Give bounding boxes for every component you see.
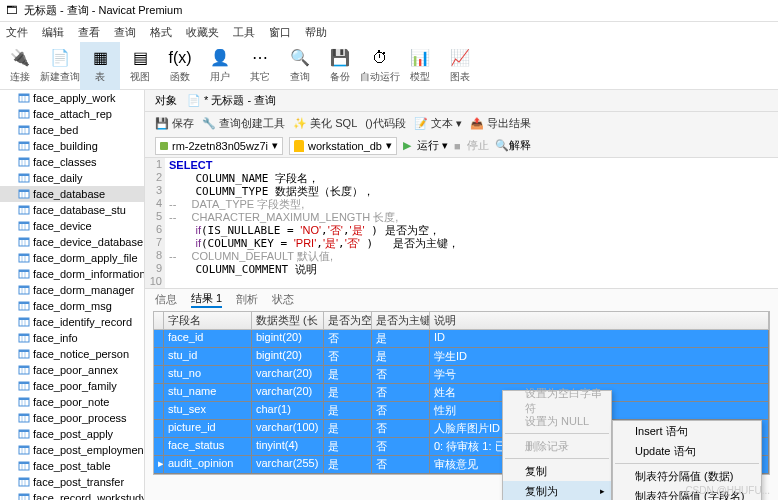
sidebar-item-face_poor_process[interactable]: face_poor_process [0, 410, 144, 426]
sidebar-item-face_daily[interactable]: face_daily [0, 170, 144, 186]
cell[interactable] [154, 402, 164, 420]
sidebar-item-face_identify_record[interactable]: face_identify_record [0, 314, 144, 330]
menu-format[interactable]: 格式 [150, 25, 172, 40]
explain-button[interactable]: 🔍解释 [495, 138, 531, 153]
cell[interactable]: varchar(100) [252, 420, 324, 438]
sidebar-item-face_device[interactable]: face_device [0, 218, 144, 234]
tool-查询[interactable]: 🔍查询 [280, 42, 320, 90]
cell[interactable]: stu_sex [164, 402, 252, 420]
col-header[interactable]: 字段名 [164, 312, 252, 330]
cell[interactable]: varchar(255) [252, 456, 324, 474]
cell[interactable]: 是 [324, 420, 372, 438]
sidebar-item-face_dorm_manager[interactable]: face_dorm_manager [0, 282, 144, 298]
tab-query[interactable]: 📄 * 无标题 - 查询 [187, 93, 276, 108]
sidebar-item-face_record_workstudy[interactable]: face_record_workstudy [0, 490, 144, 500]
sidebar-item-face_database[interactable]: face_database [0, 186, 144, 202]
beautify-button[interactable]: ✨ 美化 SQL [293, 116, 357, 131]
sidebar-item-face_poor_family[interactable]: face_poor_family [0, 378, 144, 394]
cell[interactable]: 否 [372, 384, 430, 402]
sidebar-item-face_info[interactable]: face_info [0, 330, 144, 346]
sidebar-item-face_device_database[interactable]: face_device_database [0, 234, 144, 250]
cell[interactable] [154, 438, 164, 456]
cell[interactable]: char(1) [252, 402, 324, 420]
sidebar-item-face_poor_annex[interactable]: face_poor_annex [0, 362, 144, 378]
ctx-empty-string[interactable]: 设置为空白字串符 [503, 391, 611, 411]
cell[interactable]: ID [430, 330, 769, 348]
menu-file[interactable]: 文件 [6, 25, 28, 40]
cell[interactable]: 否 [372, 366, 430, 384]
menu-edit[interactable]: 编辑 [42, 25, 64, 40]
cell[interactable]: 学生ID [430, 348, 769, 366]
cell[interactable]: stu_no [164, 366, 252, 384]
tab-objects[interactable]: 对象 [155, 93, 177, 108]
sidebar-item-face_notice_person[interactable]: face_notice_person [0, 346, 144, 362]
col-header[interactable]: 说明 [430, 312, 769, 330]
cell[interactable]: bigint(20) [252, 348, 324, 366]
cell[interactable]: ▸ [154, 456, 164, 474]
ctx-insert-sql[interactable]: Insert 语句 [613, 421, 761, 441]
ctx-update-sql[interactable]: Update 语句 [613, 441, 761, 461]
cell[interactable]: 否 [372, 456, 430, 474]
ctx-tsv-data[interactable]: 制表符分隔值 (数据) [613, 466, 761, 486]
server-combo[interactable]: rm-2zetn83n05wz7i ▾ [155, 137, 283, 155]
sidebar-item-face_dorm_apply_file[interactable]: face_dorm_apply_file [0, 250, 144, 266]
sidebar-item-face_post_transfer[interactable]: face_post_transfer [0, 474, 144, 490]
run-icon[interactable]: ▶ [403, 139, 411, 152]
col-header[interactable]: 数据类型 (长 [252, 312, 324, 330]
tool-用户[interactable]: 👤用户 [200, 42, 240, 90]
sql-text[interactable]: SELECT COLUMN_NAME 字段名， COLUMN_TYPE 数据类型… [165, 158, 778, 288]
menu-fav[interactable]: 收藏夹 [186, 25, 219, 40]
col-header[interactable]: 是否为空 [324, 312, 372, 330]
table-row[interactable]: stu_idbigint(20)否是学生ID [154, 348, 769, 366]
tab-profile[interactable]: 剖析 [236, 292, 258, 307]
tool-表[interactable]: ▦表 [80, 42, 120, 90]
export-button[interactable]: 📤 导出结果 [470, 116, 531, 131]
cell[interactable]: 是 [324, 456, 372, 474]
cell[interactable]: stu_id [164, 348, 252, 366]
cell[interactable]: varchar(20) [252, 384, 324, 402]
ctx-delete[interactable]: 删除记录 [503, 436, 611, 456]
sidebar-item-face_database_stu[interactable]: face_database_stu [0, 202, 144, 218]
tab-status[interactable]: 状态 [272, 292, 294, 307]
ctx-copy[interactable]: 复制 [503, 461, 611, 481]
tool-备份[interactable]: 💾备份 [320, 42, 360, 90]
sidebar-item-face_post_apply[interactable]: face_post_apply [0, 426, 144, 442]
tool-其它[interactable]: ⋯其它 [240, 42, 280, 90]
tool-视图[interactable]: ▤视图 [120, 42, 160, 90]
sidebar-item-face_post_table[interactable]: face_post_table [0, 458, 144, 474]
tab-info[interactable]: 信息 [155, 292, 177, 307]
cell[interactable]: 是 [324, 402, 372, 420]
cell[interactable]: 是 [324, 438, 372, 456]
menu-tools[interactable]: 工具 [233, 25, 255, 40]
sidebar-item-face_post_employmen[interactable]: face_post_employmen [0, 442, 144, 458]
tool-图表[interactable]: 📈图表 [440, 42, 480, 90]
sidebar-item-face_dorm_information[interactable]: face_dorm_information [0, 266, 144, 282]
menu-query[interactable]: 查询 [114, 25, 136, 40]
tool-连接[interactable]: 🔌连接 [0, 42, 40, 90]
cell[interactable] [154, 348, 164, 366]
cell[interactable]: 否 [324, 348, 372, 366]
builder-button[interactable]: 🔧 查询创建工具 [202, 116, 285, 131]
cell[interactable]: audit_opinion [164, 456, 252, 474]
ctx-set-null[interactable]: 设置为 NULL [503, 411, 611, 431]
tool-模型[interactable]: 📊模型 [400, 42, 440, 90]
cell[interactable]: 否 [372, 438, 430, 456]
tab-result1[interactable]: 结果 1 [191, 291, 222, 308]
cell[interactable]: 否 [372, 420, 430, 438]
sidebar-item-face_building[interactable]: face_building [0, 138, 144, 154]
cell[interactable]: stu_name [164, 384, 252, 402]
ctx-copy-as[interactable]: 复制为 [503, 481, 611, 500]
menu-view[interactable]: 查看 [78, 25, 100, 40]
cell[interactable]: 是 [324, 366, 372, 384]
context-menu[interactable]: 设置为空白字串符 设置为 NULL 删除记录 复制 复制为 粘贴 显示 [502, 390, 612, 500]
col-header[interactable]: 是否为主键 [372, 312, 430, 330]
sidebar-item-face_attach_rep[interactable]: face_attach_rep [0, 106, 144, 122]
db-combo[interactable]: workstation_db ▾ [289, 137, 397, 155]
run-button[interactable]: 运行 ▾ [417, 138, 448, 153]
cell[interactable] [154, 384, 164, 402]
cell[interactable]: varchar(20) [252, 366, 324, 384]
cell[interactable]: face_id [164, 330, 252, 348]
table-row[interactable]: stu_namevarchar(20)是否姓名 [154, 384, 769, 402]
text-button[interactable]: 📝 文本 ▾ [414, 116, 462, 131]
sidebar-item-face_classes[interactable]: face_classes [0, 154, 144, 170]
